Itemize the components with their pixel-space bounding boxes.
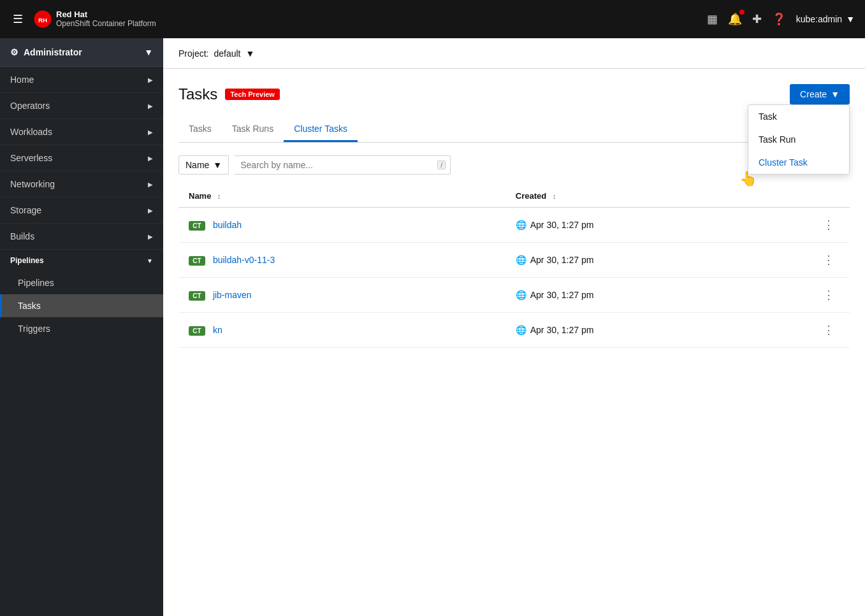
sidebar-item-operators[interactable]: Operators ▶ xyxy=(0,93,163,119)
app-body: ⚙ Administrator ▼ Home ▶ Operators ▶ Wor… xyxy=(0,38,865,616)
role-text: ⚙ Administrator xyxy=(10,47,82,57)
svg-text:RH: RH xyxy=(38,17,47,24)
sidebar-item-triggers[interactable]: Triggers xyxy=(0,317,163,340)
item-link-kn[interactable]: kn xyxy=(213,325,222,335)
kebab-button-kn[interactable]: ⋮ xyxy=(818,320,840,340)
search-input[interactable] xyxy=(234,155,451,175)
cell-created-jib-maven: 🌐 Apr 30, 1:27 pm xyxy=(505,278,808,313)
ct-badge-jib-maven: CT xyxy=(189,291,205,301)
filter-name-button[interactable]: Name ▼ xyxy=(178,155,229,175)
created-text-jib-maven: Apr 30, 1:27 pm xyxy=(530,290,594,300)
table-row: CT kn 🌐 Apr 30, 1:27 pm ⋮ xyxy=(178,313,850,348)
brand-product: OpenShift Container Platform xyxy=(56,20,156,28)
role-chevron: ▼ xyxy=(144,47,153,57)
notification-badge xyxy=(739,10,745,15)
username: kube:admin xyxy=(796,14,842,24)
apps-grid-icon[interactable]: ▦ xyxy=(707,12,718,26)
sidebar-item-storage[interactable]: Storage ▶ xyxy=(0,197,163,224)
created-text-buildah-v0-11-3: Apr 30, 1:27 pm xyxy=(530,255,594,265)
notifications-icon[interactable]: 🔔 xyxy=(728,12,742,26)
col-name: Name ↕ xyxy=(178,185,505,208)
storage-chevron: ▶ xyxy=(148,207,153,214)
sidebar-section-pipelines[interactable]: Pipelines ▼ xyxy=(0,250,163,271)
sidebar-item-tasks[interactable]: Tasks xyxy=(0,294,163,317)
sidebar-item-home-label: Home xyxy=(10,75,34,85)
cell-actions-buildah-v0-11-3: ⋮ xyxy=(808,243,850,278)
page-title-row: Tasks Tech Preview xyxy=(178,85,280,103)
serverless-chevron: ▶ xyxy=(148,155,153,162)
created-text-kn: Apr 30, 1:27 pm xyxy=(530,325,594,335)
page-header: Tasks Tech Preview Create ▼ Task Task xyxy=(178,84,850,104)
tech-preview-badge: Tech Preview xyxy=(225,89,280,100)
pipelines-section-label: Pipelines xyxy=(10,256,44,265)
sidebar-item-workloads[interactable]: Workloads ▶ xyxy=(0,119,163,145)
name-sort-icon[interactable]: ↕ xyxy=(217,192,221,200)
create-button-label: Create xyxy=(800,89,827,99)
search-input-wrapper: / xyxy=(234,155,451,175)
ct-badge-buildah: CT xyxy=(189,221,205,231)
sidebar-item-serverless-label: Serverless xyxy=(10,153,52,163)
page-title: Tasks xyxy=(178,85,217,103)
tab-tasks[interactable]: Tasks xyxy=(178,117,222,142)
add-icon[interactable]: ✚ xyxy=(752,12,762,26)
help-icon[interactable]: ❓ xyxy=(772,12,786,26)
sidebar-item-workloads-label: Workloads xyxy=(10,127,52,137)
settings-icon: ⚙ xyxy=(10,47,18,57)
item-link-buildah[interactable]: buildah xyxy=(213,220,242,230)
cell-actions-kn: ⋮ xyxy=(808,313,850,348)
kebab-button-jib-maven[interactable]: ⋮ xyxy=(818,285,840,304)
ct-badge-kn: CT xyxy=(189,326,205,336)
kebab-button-buildah[interactable]: ⋮ xyxy=(818,215,840,234)
sidebar-item-serverless[interactable]: Serverless ▶ xyxy=(0,145,163,171)
cell-created-kn: 🌐 Apr 30, 1:27 pm xyxy=(505,313,808,348)
top-nav: ☰ RH Red Hat OpenShift Container Platfor… xyxy=(0,0,865,38)
project-chevron: ▼ xyxy=(246,48,255,59)
search-slash-shortcut: / xyxy=(437,161,446,169)
item-link-buildah-v0-11-3[interactable]: buildah-v0-11-3 xyxy=(213,255,275,265)
pipelines-chevron: ▼ xyxy=(147,257,153,264)
sidebar-item-networking[interactable]: Networking ▶ xyxy=(0,171,163,197)
create-button[interactable]: Create ▼ xyxy=(790,84,850,104)
data-table: Name ↕ Created ↕ CT buildah xyxy=(178,185,850,348)
cell-name-kn: CT kn xyxy=(178,313,505,348)
redhat-logo: RH Red Hat OpenShift Container Platform xyxy=(33,10,156,29)
create-task-run-item[interactable]: Task Run xyxy=(748,128,849,151)
sidebar: ⚙ Administrator ▼ Home ▶ Operators ▶ Wor… xyxy=(0,38,163,616)
table-header-row: Name ↕ Created ↕ xyxy=(178,185,850,208)
filter-name-chevron: ▼ xyxy=(213,160,222,170)
create-task-item[interactable]: Task xyxy=(748,105,849,128)
role-label: Administrator xyxy=(24,47,82,57)
create-cluster-task-item[interactable]: Cluster Task xyxy=(748,151,849,174)
created-text-buildah: Apr 30, 1:27 pm xyxy=(530,220,594,230)
sidebar-item-operators-label: Operators xyxy=(10,101,50,111)
create-dropdown: Task Task Run Cluster Task xyxy=(748,104,850,175)
created-sort-icon[interactable]: ↕ xyxy=(553,192,556,200)
project-label: Project: xyxy=(178,48,208,59)
redhat-logo-svg: RH xyxy=(33,10,52,29)
create-button-caret: ▼ xyxy=(831,89,840,99)
top-nav-right: ▦ 🔔 ✚ ❓ kube:admin ▼ xyxy=(707,12,855,26)
sidebar-item-builds[interactable]: Builds ▶ xyxy=(0,224,163,250)
sidebar-item-builds-label: Builds xyxy=(10,231,34,241)
tab-task-runs[interactable]: Task Runs xyxy=(222,117,284,142)
user-menu[interactable]: kube:admin ▼ xyxy=(796,14,855,24)
kebab-button-buildah-v0-11-3[interactable]: ⋮ xyxy=(818,250,840,269)
table-row: CT jib-maven 🌐 Apr 30, 1:27 pm ⋮ xyxy=(178,278,850,313)
project-name: default xyxy=(214,48,240,59)
tab-cluster-tasks[interactable]: Cluster Tasks xyxy=(284,117,358,142)
builds-chevron: ▶ xyxy=(148,233,153,240)
main-content: Project: default ▼ Tasks Tech Preview Cr… xyxy=(163,38,865,616)
role-selector[interactable]: ⚙ Administrator ▼ xyxy=(0,38,163,67)
create-btn-wrapper: Create ▼ Task Task Run Cluster Task xyxy=(790,84,850,104)
table-row: CT buildah 🌐 Apr 30, 1:27 pm ⋮ xyxy=(178,208,850,243)
hamburger-icon[interactable]: ☰ xyxy=(10,10,25,29)
cell-name-buildah-v0-11-3: CT buildah-v0-11-3 xyxy=(178,243,505,278)
item-link-jib-maven[interactable]: jib-maven xyxy=(213,290,252,300)
cell-actions-buildah: ⋮ xyxy=(808,208,850,243)
cell-name-jib-maven: CT jib-maven xyxy=(178,278,505,313)
globe-icon-buildah: 🌐 xyxy=(516,220,527,230)
sidebar-item-home[interactable]: Home ▶ xyxy=(0,67,163,93)
sidebar-item-pipelines[interactable]: Pipelines xyxy=(0,271,163,294)
project-selector[interactable]: Project: default ▼ xyxy=(178,48,254,59)
page-content: Tasks Tech Preview Create ▼ Task Task xyxy=(163,69,865,616)
